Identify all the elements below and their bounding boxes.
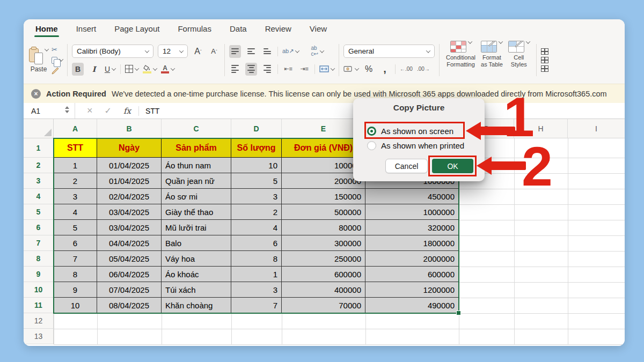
row-header-12[interactable]: 12 (24, 313, 54, 329)
paste-button[interactable]: Paste (29, 40, 48, 80)
cell-B5[interactable]: 03/04/2025 (97, 204, 162, 220)
cell-styles-button[interactable]: CellStyles (506, 40, 532, 80)
name-box[interactable]: A1 (24, 103, 75, 119)
cell-E10[interactable]: 400000 (282, 282, 365, 298)
tab-data[interactable]: Data (229, 20, 248, 37)
cell-E7[interactable]: 300000 (282, 235, 365, 251)
tab-page-layout[interactable]: Page Layout (113, 20, 160, 37)
cell-A8[interactable]: 7 (54, 251, 97, 267)
cell-D7[interactable]: 6 (231, 235, 282, 251)
cell-E6[interactable]: 80000 (282, 220, 365, 235)
row-header-1[interactable]: 1 (24, 138, 54, 158)
cell-C11[interactable]: Khăn choàng (162, 298, 231, 313)
cell-E8[interactable]: 250000 (282, 251, 365, 267)
cell-A9[interactable]: 8 (54, 267, 97, 282)
cell-F5[interactable]: 1000000 (365, 204, 459, 220)
delete-cells-icon[interactable] (541, 57, 548, 63)
ok-button[interactable]: OK (432, 159, 473, 173)
cell-F8[interactable]: 2000000 (365, 251, 459, 267)
cell-C7[interactable]: Balo (162, 235, 231, 251)
radio-as-shown-when-printed[interactable]: As shown when printed (367, 139, 464, 152)
row-header-13[interactable]: 13 (24, 329, 54, 344)
font-size-select[interactable]: 12 (158, 45, 188, 58)
cell-D11[interactable]: 7 (231, 298, 282, 313)
increase-decimal-button[interactable]: ←.00 (400, 63, 413, 76)
cell-A1[interactable]: STT (54, 138, 97, 158)
cell-A3[interactable]: 2 (54, 173, 97, 189)
cell-A4[interactable]: 3 (54, 189, 97, 204)
cell-D6[interactable]: 4 (231, 220, 282, 235)
cell-F9[interactable]: 600000 (365, 267, 459, 282)
cell-B10[interactable]: 07/04/2025 (97, 282, 162, 298)
decrease-decimal-button[interactable]: .00→ (417, 63, 430, 76)
cell-C9[interactable]: Áo khoác (162, 267, 231, 282)
insert-cells-icon[interactable] (541, 48, 548, 55)
insert-function-button[interactable]: fx (123, 106, 131, 116)
row-header-3[interactable]: 3 (24, 173, 54, 189)
cell-D1[interactable]: Số lượng (231, 138, 282, 158)
cell-D9[interactable]: 1 (231, 267, 282, 282)
cell-E5[interactable]: 500000 (282, 204, 365, 220)
merge-center-button[interactable] (319, 63, 334, 76)
cell-C5[interactable]: Giày thể thao (162, 204, 231, 220)
cell-B3[interactable]: 01/04/2025 (97, 173, 162, 189)
cell-C8[interactable]: Váy hoa (162, 251, 231, 267)
cell-C4[interactable]: Áo sơ mi (162, 189, 231, 204)
radio-as-shown-on-screen[interactable]: As shown on screen (367, 124, 453, 137)
cell-D4[interactable]: 3 (231, 189, 282, 204)
cell-F7[interactable]: 1800000 (365, 235, 459, 251)
row-header-8[interactable]: 8 (24, 251, 54, 267)
align-right-button[interactable] (261, 63, 273, 76)
conditional-formatting-button[interactable]: ConditionalFormatting (444, 40, 478, 80)
cell-B2[interactable]: 01/04/2025 (97, 158, 162, 173)
accounting-format-button[interactable] (343, 63, 358, 76)
align-bottom-button[interactable] (261, 45, 273, 58)
orientation-button[interactable]: ab↗ (282, 45, 299, 58)
cell-D8[interactable]: 8 (231, 251, 282, 267)
cell-D10[interactable]: 3 (231, 282, 282, 298)
align-top-button[interactable] (229, 45, 241, 58)
enter-entry-button[interactable]: ✓ (105, 106, 112, 116)
fill-color-button[interactable] (143, 63, 157, 76)
bold-button[interactable]: B (72, 63, 84, 76)
italic-button[interactable]: I (88, 63, 100, 76)
cell-B1[interactable]: Ngày (97, 138, 162, 158)
column-header-C[interactable]: C (162, 119, 231, 138)
cell-F6[interactable]: 320000 (365, 220, 459, 235)
number-format-select[interactable]: General (343, 45, 435, 58)
tab-formulas[interactable]: Formulas (177, 20, 213, 37)
cell-C10[interactable]: Túi xách (162, 282, 231, 298)
row-header-10[interactable]: 10 (24, 282, 54, 298)
row-header-4[interactable]: 4 (24, 189, 54, 204)
grow-font-button[interactable]: Aˆ (192, 45, 204, 58)
cell-A5[interactable]: 4 (54, 204, 97, 220)
row-header-5[interactable]: 5 (24, 204, 54, 220)
cell-F4[interactable]: 450000 (365, 189, 459, 204)
select-all-corner[interactable] (24, 119, 54, 138)
cell-B4[interactable]: 02/04/2025 (97, 189, 162, 204)
name-box-stepper[interactable] (65, 106, 69, 113)
cell-D2[interactable]: 10 (231, 158, 282, 173)
fill-handle[interactable] (456, 311, 461, 315)
shrink-font-button[interactable]: Aˇ (208, 45, 220, 58)
cell-D5[interactable]: 2 (231, 204, 282, 220)
wrap-text-button[interactable]: abc↩ (311, 45, 323, 58)
cell-C3[interactable]: Quần jean nữ (162, 173, 231, 189)
cell-E4[interactable]: 150000 (282, 189, 365, 204)
cell-A11[interactable]: 10 (54, 298, 97, 313)
cell-E9[interactable]: 600000 (282, 267, 365, 282)
format-cells-icon[interactable] (541, 65, 548, 72)
cell-B11[interactable]: 08/04/2025 (97, 298, 162, 313)
cell-B9[interactable]: 06/04/2025 (97, 267, 162, 282)
row-header-2[interactable]: 2 (24, 158, 54, 173)
cut-button[interactable]: ✂ (52, 45, 63, 54)
align-left-button[interactable] (229, 63, 241, 76)
formula-input[interactable]: STT (145, 107, 159, 115)
cell-E11[interactable]: 70000 (282, 298, 365, 313)
cell-B8[interactable]: 05/04/2025 (97, 251, 162, 267)
cell-C2[interactable]: Áo thun nam (162, 158, 231, 173)
copy-button[interactable] (52, 55, 63, 65)
underline-button[interactable]: U (104, 63, 116, 76)
row-header-9[interactable]: 9 (24, 267, 54, 282)
cell-C1[interactable]: Sản phẩm (162, 138, 231, 158)
